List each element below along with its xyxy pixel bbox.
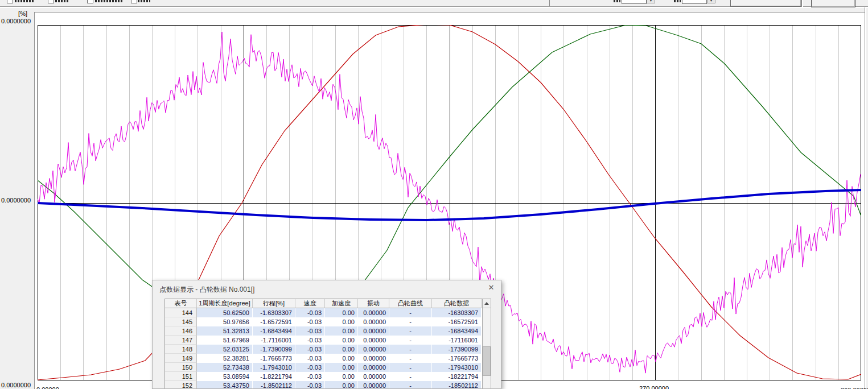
table-header: 表号1周期长度[degree]行程[%]速度加速度振动凸轮曲线凸轮数据	[165, 299, 483, 308]
data-cell: 0.00	[325, 317, 358, 326]
table-row[interactable]: 15253.43750-1.8502112-0.030.000.00000--1…	[165, 381, 483, 389]
y-axis-label-top: 0.0000000	[0, 18, 31, 24]
data-cell: -18502112	[432, 381, 482, 389]
data-cell: 0.00	[325, 308, 358, 317]
row-header-cell: 147	[165, 336, 197, 345]
column-header[interactable]: 凸轮曲线	[389, 299, 432, 308]
point-data-dialog: 点数据显示 - 凸轮数据 No.001[] ✕ 表号1周期长度[degree]行…	[152, 280, 501, 389]
toolbar-checkbox-2[interactable]	[48, 0, 54, 3]
data-cell: -	[389, 336, 432, 345]
data-table: 表号1周期长度[degree]行程[%]速度加速度振动凸轮曲线凸轮数据 1445…	[164, 299, 483, 389]
table-row[interactable]: 14751.67969-1.7116001-0.030.000.00000--1…	[165, 336, 483, 345]
toolbar-label-3	[95, 0, 122, 2]
table-row[interactable]: 15153.08594-1.8221794-0.030.000.00000--1…	[165, 372, 483, 381]
data-cell: -	[389, 345, 432, 354]
data-cell: 0.00000	[358, 363, 389, 372]
data-cell: 52.73438	[197, 363, 253, 372]
column-header[interactable]: 振动	[358, 299, 389, 308]
table-row[interactable]: 14852.03125-1.7390099-0.030.000.00000--1…	[165, 345, 483, 354]
data-cell: -1.6843494	[253, 326, 295, 336]
data-cell: 0.00000	[358, 308, 389, 317]
data-cell: 0.00	[325, 326, 358, 336]
column-header[interactable]: 1周期长度[degree]	[197, 299, 253, 308]
data-cell: -17943010	[432, 363, 482, 372]
toolbar-spin-label-2	[674, 0, 681, 2]
table-row[interactable]: 14651.32813-1.6843494-0.030.000.00000--1…	[165, 326, 483, 336]
table-row[interactable]: 15052.73438-1.7943010-0.030.000.00000--1…	[165, 363, 483, 372]
data-cell: -17390099	[432, 345, 482, 354]
data-cell: 50.97656	[197, 317, 253, 326]
scroll-up-icon[interactable]	[483, 299, 491, 308]
row-header-cell: 148	[165, 345, 197, 354]
row-header-cell: 150	[165, 363, 197, 372]
spin-down-icon[interactable]: ▼	[647, 0, 655, 3]
data-cell: 51.67969	[197, 336, 253, 345]
data-cell: 52.03125	[197, 345, 253, 354]
data-cell: -0.03	[295, 336, 325, 345]
data-cell: -	[389, 363, 432, 372]
column-header[interactable]: 表号	[165, 299, 197, 308]
toolbar-label-1	[15, 0, 34, 2]
data-cell: -0.03	[295, 354, 325, 363]
table-row[interactable]: 14952.38281-1.7665773-0.030.000.00000--1…	[165, 354, 483, 363]
scrollbar-thumb[interactable]	[483, 346, 491, 376]
toolbar-label-4	[138, 0, 150, 2]
toolbar-checkbox-4[interactable]	[131, 0, 137, 3]
toolbar-spin-input-2[interactable]	[682, 0, 707, 4]
toolbar-right-button[interactable]	[811, 0, 855, 7]
toolbar-spinner-1[interactable]: ▲ ▼	[647, 0, 655, 4]
close-icon[interactable]: ✕	[486, 283, 496, 293]
data-cell: -0.03	[295, 363, 325, 372]
row-header-cell: 151	[165, 372, 197, 381]
toolbar-label-2	[55, 0, 69, 2]
data-cell: -18221794	[432, 372, 482, 381]
dialog-title: 点数据显示 - 凸轮数据 No.001[]	[159, 285, 254, 295]
toolbar-spin-input-1[interactable]	[622, 0, 647, 4]
toolbar	[0, 0, 550, 6]
table-row[interactable]: 14450.62500-1.6303307-0.030.000.00000--1…	[165, 308, 483, 317]
data-cell: -1.7390099	[253, 345, 295, 354]
column-header[interactable]: 加速度	[325, 299, 358, 308]
column-header[interactable]: 凸轮数据	[432, 299, 482, 308]
data-cell: -0.03	[295, 317, 325, 326]
data-cell: -16303307	[432, 308, 482, 317]
data-cell: 0.00000	[358, 317, 389, 326]
table-body: 14450.62500-1.6303307-0.030.000.00000--1…	[165, 308, 483, 389]
data-cell: -16572591	[432, 317, 482, 326]
dialog-scrollbar[interactable]	[482, 299, 491, 389]
data-cell: -16843494	[432, 326, 482, 336]
data-cell: -1.8502112	[253, 381, 295, 389]
data-cell: 0.00000	[358, 326, 389, 336]
x-axis-label-270: 270.00000	[639, 386, 669, 389]
data-cell: -0.03	[295, 326, 325, 336]
data-cell: 53.43750	[197, 381, 253, 389]
data-cell: -1.6572591	[253, 317, 295, 326]
blue-stroke-curve	[38, 190, 861, 220]
y-axis-unit: [%]	[0, 10, 27, 17]
data-cell: -1.6303307	[253, 308, 295, 317]
toolbar-checkbox-3[interactable]	[87, 0, 93, 3]
toolbar-spinner-2[interactable]: ▲ ▼	[707, 0, 715, 4]
toolbar-checkbox-1[interactable]	[7, 0, 13, 3]
data-cell: 50.62500	[197, 308, 253, 317]
toolbar-wide-button[interactable]	[730, 0, 801, 7]
row-header-cell: 145	[165, 317, 197, 326]
x-axis-label-0: 0.00000	[36, 387, 59, 389]
data-cell: 0.00	[325, 354, 358, 363]
y-axis-label-middle: 0.0000000	[0, 197, 31, 204]
data-cell: 0.00	[325, 336, 358, 345]
data-cell: -	[389, 317, 432, 326]
data-cell: 0.00000	[358, 372, 389, 381]
data-cell: -1.8221794	[253, 372, 295, 381]
data-cell: 0.00000	[358, 336, 389, 345]
row-header-cell: 149	[165, 354, 197, 363]
spin-down-icon[interactable]: ▼	[707, 0, 715, 3]
window-right-edge	[865, 7, 866, 389]
column-header[interactable]: 行程[%]	[253, 299, 295, 308]
column-header[interactable]: 速度	[295, 299, 325, 308]
data-cell: -	[389, 372, 432, 381]
data-cell: 52.38281	[197, 354, 253, 363]
data-cell: -0.03	[295, 381, 325, 389]
data-cell: 0.00	[325, 381, 358, 389]
table-row[interactable]: 14550.97656-1.6572591-0.030.000.00000--1…	[165, 317, 483, 326]
